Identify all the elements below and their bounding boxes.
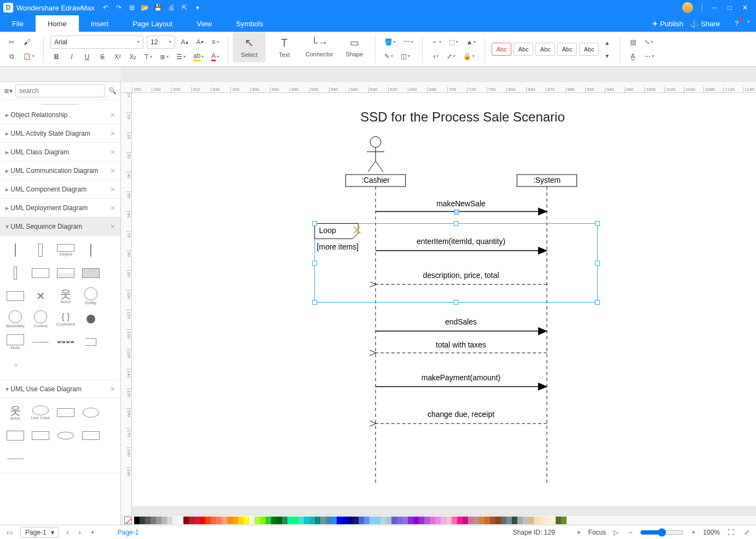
- color-swatch[interactable]: [172, 517, 178, 524]
- zoom-in-button[interactable]: +: [689, 529, 697, 536]
- color-swatch[interactable]: [370, 517, 375, 524]
- group-button[interactable]: ⬚▾: [447, 36, 460, 48]
- publish-button[interactable]: ✈Publish: [652, 20, 684, 28]
- close-section-icon[interactable]: ×: [111, 222, 115, 231]
- fit-button[interactable]: ⤡▾: [642, 36, 655, 48]
- shape-frame3[interactable]: [80, 263, 102, 283]
- shape-uc-actor[interactable]: 웃Actor: [4, 403, 26, 422]
- open-icon[interactable]: 📂: [141, 3, 149, 12]
- export-icon[interactable]: ⇱: [180, 3, 189, 12]
- zoom-slider[interactable]: [640, 528, 684, 537]
- section-object-relationship[interactable]: ▸ Object Relationship×: [0, 106, 120, 124]
- undo-icon[interactable]: ↶: [101, 3, 110, 12]
- color-swatch[interactable]: [140, 517, 145, 524]
- add-page-button[interactable]: +: [89, 529, 97, 536]
- color-swatch[interactable]: [490, 517, 495, 524]
- color-swatch[interactable]: [156, 517, 161, 524]
- bold-button[interactable]: B: [50, 51, 62, 63]
- section-deployment[interactable]: ▸ UML Deployment Diagram×: [0, 199, 120, 217]
- color-swatch[interactable]: [331, 517, 337, 524]
- text-style-button[interactable]: A̲: [627, 50, 639, 62]
- shape-lifeline[interactable]: [4, 240, 26, 260]
- color-swatch[interactable]: [380, 517, 386, 524]
- layers-button[interactable]: ▤: [627, 36, 639, 48]
- rotate-button[interactable]: ▲▾: [464, 36, 478, 48]
- color-swatch[interactable]: [430, 517, 435, 524]
- color-swatch[interactable]: [255, 517, 260, 524]
- shape-return[interactable]: [55, 332, 77, 352]
- color-swatch[interactable]: [413, 517, 419, 524]
- shape-activation2[interactable]: [4, 263, 26, 283]
- qat-more-icon[interactable]: ▾: [193, 3, 202, 12]
- color-swatch[interactable]: [424, 517, 430, 524]
- format-painter-button[interactable]: 🖌: [21, 36, 33, 48]
- page-selector[interactable]: Page-1▾: [20, 527, 59, 538]
- shape-frame2[interactable]: [55, 263, 77, 283]
- shape-uc-box2[interactable]: [30, 426, 51, 445]
- color-swatch[interactable]: [342, 517, 348, 524]
- color-swatch[interactable]: [528, 517, 534, 524]
- active-page-tab[interactable]: Page-1: [114, 529, 142, 536]
- color-swatch[interactable]: [484, 517, 490, 524]
- tab-file[interactable]: File: [0, 15, 36, 32]
- paste-button[interactable]: 📋▾: [21, 50, 37, 62]
- lock-button[interactable]: 🔒▾: [461, 50, 477, 62]
- shape-entity[interactable]: Entity: [80, 286, 102, 306]
- window-maximize[interactable]: □: [722, 0, 737, 15]
- fullscreen-icon[interactable]: ⤢: [742, 529, 752, 536]
- shape-uc-box1[interactable]: [55, 403, 77, 422]
- close-section-icon[interactable]: ×: [111, 129, 115, 138]
- play-icon[interactable]: ▷: [611, 529, 621, 536]
- color-swatch[interactable]: [452, 517, 457, 524]
- color-swatch[interactable]: [244, 517, 249, 524]
- search-icon[interactable]: 🔍: [107, 87, 117, 95]
- outline-view-icon[interactable]: ▭: [4, 529, 15, 536]
- shape-frame1[interactable]: [30, 263, 51, 283]
- shape-note[interactable]: Note: [4, 332, 26, 352]
- shape-found[interactable]: ⊃: [4, 355, 26, 375]
- prev-page-button[interactable]: ‹: [65, 529, 71, 536]
- tab-symbols[interactable]: Symbols: [224, 15, 275, 32]
- color-swatch[interactable]: [194, 517, 200, 524]
- color-swatch[interactable]: [517, 517, 523, 524]
- color-swatch[interactable]: [337, 517, 342, 524]
- color-swatch[interactable]: [386, 517, 391, 524]
- case-button[interactable]: T▾: [142, 51, 154, 63]
- library-menu-icon[interactable]: ≣▾: [3, 87, 13, 95]
- shape-uc-rect[interactable]: [4, 426, 26, 445]
- color-swatch[interactable]: [167, 517, 172, 524]
- color-swatch[interactable]: [227, 517, 233, 524]
- color-swatch[interactable]: [260, 517, 266, 524]
- tab-insert[interactable]: Insert: [79, 15, 121, 32]
- size-button[interactable]: ⤢▾: [445, 50, 458, 62]
- fit-page-icon[interactable]: ⛶: [725, 529, 736, 536]
- line-style-button[interactable]: 〰▾: [401, 36, 415, 48]
- color-swatch[interactable]: [474, 517, 479, 524]
- no-fill-swatch[interactable]: [124, 517, 132, 524]
- shape-uc-note[interactable]: [80, 426, 102, 445]
- save-icon[interactable]: 💾: [154, 3, 163, 12]
- color-swatch[interactable]: [359, 517, 364, 524]
- print-icon[interactable]: 🖨: [167, 3, 176, 12]
- shape-object[interactable]: Object: [55, 240, 77, 260]
- color-swatch[interactable]: [238, 517, 244, 524]
- color-swatch[interactable]: [178, 517, 183, 524]
- color-swatch[interactable]: [402, 517, 408, 524]
- color-swatch[interactable]: [512, 517, 517, 524]
- tab-home[interactable]: Home: [36, 15, 79, 32]
- list-button[interactable]: ☰▾: [174, 51, 188, 63]
- subscript-button[interactable]: X₂: [127, 51, 139, 63]
- color-swatch[interactable]: [556, 517, 561, 524]
- color-swatch[interactable]: [463, 517, 468, 524]
- connector-tool[interactable]: └→ Connector: [303, 32, 336, 62]
- shape-rect[interactable]: [4, 286, 26, 306]
- window-minimize[interactable]: ─: [707, 0, 722, 15]
- superscript-button[interactable]: X²: [112, 51, 124, 63]
- color-swatch[interactable]: [545, 517, 550, 524]
- highlight-button[interactable]: ab▾: [191, 51, 206, 63]
- color-swatch[interactable]: [200, 517, 205, 524]
- shape-lifeline2[interactable]: [80, 240, 102, 260]
- cut-button[interactable]: ✂: [5, 36, 18, 48]
- ribbon-collapse[interactable]: ˅: [747, 20, 751, 28]
- styles-down[interactable]: ▾: [601, 50, 613, 62]
